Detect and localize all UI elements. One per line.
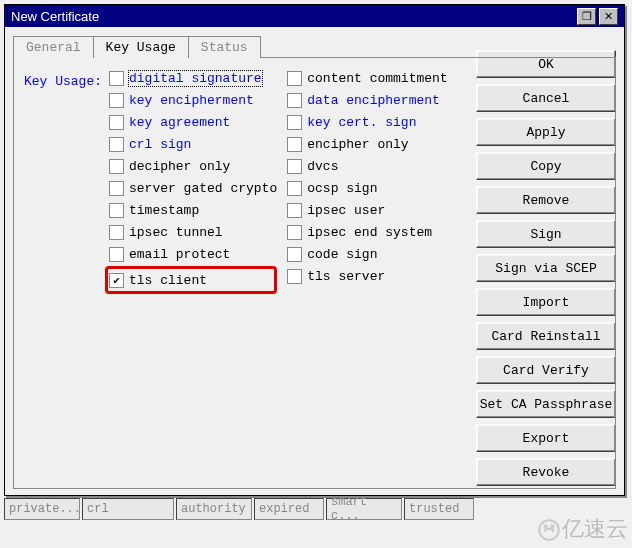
checkbox-label: key agreement bbox=[129, 115, 230, 130]
checkbox-key-cert-sign[interactable]: key cert. sign bbox=[287, 112, 447, 132]
checkbox-ocsp-sign[interactable]: ocsp sign bbox=[287, 178, 447, 198]
checkbox-label: digital signature bbox=[129, 71, 262, 86]
checkbox-digital-signature[interactable]: digital signature bbox=[109, 68, 277, 88]
checkbox-box[interactable] bbox=[287, 159, 302, 174]
checkbox-label: tls server bbox=[307, 269, 385, 284]
window-title: New Certificate bbox=[11, 9, 574, 24]
checkbox-box[interactable] bbox=[287, 93, 302, 108]
checkbox-box[interactable] bbox=[109, 93, 124, 108]
checkbox-timestamp[interactable]: timestamp bbox=[109, 200, 277, 220]
checkbox-label: key cert. sign bbox=[307, 115, 416, 130]
checkbox-box[interactable] bbox=[287, 181, 302, 196]
tab-key-usage[interactable]: Key Usage bbox=[93, 36, 189, 58]
checkbox-label: email protect bbox=[129, 247, 230, 262]
checkbox-label: decipher only bbox=[129, 159, 230, 174]
checkbox-label: key encipherment bbox=[129, 93, 254, 108]
checkbox-label: timestamp bbox=[129, 203, 199, 218]
checkbox-label: encipher only bbox=[307, 137, 408, 152]
tab-general[interactable]: General bbox=[13, 36, 94, 58]
checkbox-code-sign[interactable]: code sign bbox=[287, 244, 447, 264]
watermark: 亿速云 bbox=[536, 514, 628, 544]
checkbox-box[interactable] bbox=[109, 247, 124, 262]
status-smart[interactable]: smart c... bbox=[326, 498, 402, 520]
checkbox-label: ocsp sign bbox=[307, 181, 377, 196]
checkbox-box[interactable] bbox=[109, 71, 124, 86]
checkbox-encipher-only[interactable]: encipher only bbox=[287, 134, 447, 154]
checkbox-box[interactable] bbox=[109, 203, 124, 218]
tab-page: Key Usage: digital signaturekey encipher… bbox=[13, 57, 616, 489]
titlebar[interactable]: New Certificate ❐ ✕ bbox=[5, 5, 624, 27]
checkbox-box[interactable] bbox=[287, 225, 302, 240]
status-trusted[interactable]: trusted bbox=[404, 498, 474, 520]
checkbox-box[interactable] bbox=[287, 203, 302, 218]
checkbox-label: ipsec end system bbox=[307, 225, 432, 240]
checkbox-box[interactable] bbox=[109, 137, 124, 152]
checkbox-label: ipsec tunnel bbox=[129, 225, 223, 240]
checkbox-label: server gated crypto bbox=[129, 181, 277, 196]
dialog-window: New Certificate ❐ ✕ General Key Usage St… bbox=[4, 4, 625, 496]
checkbox-box[interactable] bbox=[287, 71, 302, 86]
checkbox-box[interactable]: ✔ bbox=[109, 273, 124, 288]
status-private[interactable]: private... bbox=[4, 498, 80, 520]
checkbox-box[interactable] bbox=[287, 247, 302, 262]
checkbox-ipsec-user[interactable]: ipsec user bbox=[287, 200, 447, 220]
status-authority[interactable]: authority bbox=[176, 498, 252, 520]
checkbox-label: tls client bbox=[129, 273, 207, 288]
status-crl[interactable]: crl bbox=[82, 498, 174, 520]
checkbox-data-encipherment[interactable]: data encipherment bbox=[287, 90, 447, 110]
checkbox-box[interactable] bbox=[287, 137, 302, 152]
checkbox-email-protect[interactable]: email protect bbox=[109, 244, 277, 264]
checkbox-column-right: content commitmentdata enciphermentkey c… bbox=[287, 68, 447, 294]
checkbox-key-encipherment[interactable]: key encipherment bbox=[109, 90, 277, 110]
svg-point-1 bbox=[545, 526, 547, 528]
checkbox-box[interactable] bbox=[109, 115, 124, 130]
checkbox-tls-client[interactable]: ✔tls client bbox=[105, 266, 277, 294]
checkbox-box[interactable] bbox=[109, 159, 124, 174]
checkbox-column-left: digital signaturekey enciphermentkey agr… bbox=[109, 68, 277, 294]
checkbox-content-commitment[interactable]: content commitment bbox=[287, 68, 447, 88]
checkbox-label: dvcs bbox=[307, 159, 338, 174]
checkbox-ipsec-end-system[interactable]: ipsec end system bbox=[287, 222, 447, 242]
checkbox-box[interactable] bbox=[109, 181, 124, 196]
tab-bar: General Key Usage Status bbox=[13, 35, 624, 57]
tab-status[interactable]: Status bbox=[188, 36, 261, 58]
checkbox-tls-server[interactable]: tls server bbox=[287, 266, 447, 286]
svg-point-2 bbox=[551, 526, 553, 528]
checkbox-crl-sign[interactable]: crl sign bbox=[109, 134, 277, 154]
minimize-icon[interactable]: ❐ bbox=[577, 8, 596, 25]
checkbox-ipsec-tunnel[interactable]: ipsec tunnel bbox=[109, 222, 277, 242]
close-icon[interactable]: ✕ bbox=[599, 8, 618, 25]
key-usage-label: Key Usage: bbox=[24, 68, 109, 294]
checkbox-decipher-only[interactable]: decipher only bbox=[109, 156, 277, 176]
status-expired[interactable]: expired bbox=[254, 498, 324, 520]
checkbox-dvcs[interactable]: dvcs bbox=[287, 156, 447, 176]
checkbox-label: data encipherment bbox=[307, 93, 440, 108]
checkbox-label: content commitment bbox=[307, 71, 447, 86]
checkbox-box[interactable] bbox=[109, 225, 124, 240]
checkbox-box[interactable] bbox=[287, 115, 302, 130]
checkbox-label: code sign bbox=[307, 247, 377, 262]
checkbox-server-gated-crypto[interactable]: server gated crypto bbox=[109, 178, 277, 198]
checkbox-label: crl sign bbox=[129, 137, 191, 152]
status-bar: private... crl authority expired smart c… bbox=[4, 498, 474, 520]
checkbox-box[interactable] bbox=[287, 269, 302, 284]
checkbox-label: ipsec user bbox=[307, 203, 385, 218]
checkbox-key-agreement[interactable]: key agreement bbox=[109, 112, 277, 132]
